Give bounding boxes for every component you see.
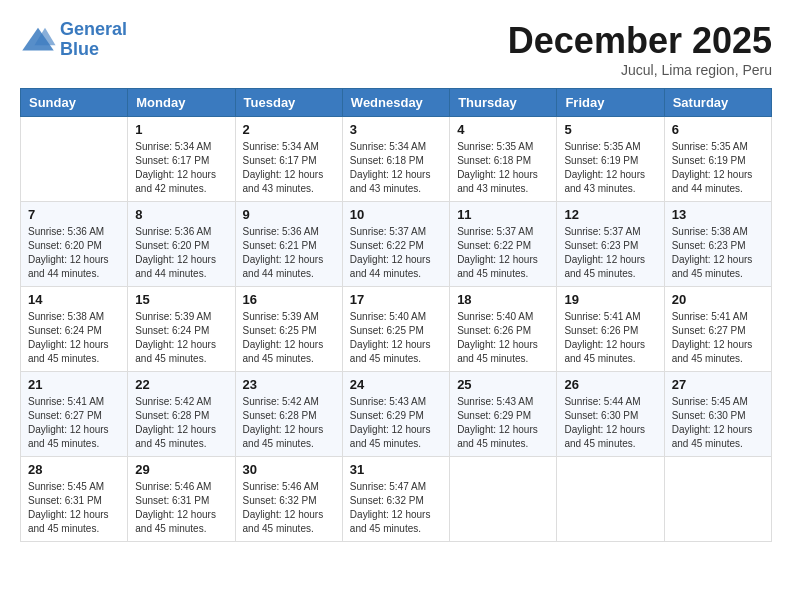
- cell-info: Sunrise: 5:36 AMSunset: 6:21 PMDaylight:…: [243, 225, 335, 281]
- cell-info: Sunrise: 5:34 AMSunset: 6:18 PMDaylight:…: [350, 140, 442, 196]
- calendar-week-row: 7Sunrise: 5:36 AMSunset: 6:20 PMDaylight…: [21, 202, 772, 287]
- day-number: 11: [457, 207, 549, 222]
- calendar-cell: [21, 117, 128, 202]
- day-number: 12: [564, 207, 656, 222]
- cell-info: Sunrise: 5:36 AMSunset: 6:20 PMDaylight:…: [28, 225, 120, 281]
- day-number: 6: [672, 122, 764, 137]
- calendar-cell: 5Sunrise: 5:35 AMSunset: 6:19 PMDaylight…: [557, 117, 664, 202]
- calendar-cell: 30Sunrise: 5:46 AMSunset: 6:32 PMDayligh…: [235, 457, 342, 542]
- day-number: 5: [564, 122, 656, 137]
- calendar-cell: 1Sunrise: 5:34 AMSunset: 6:17 PMDaylight…: [128, 117, 235, 202]
- day-number: 10: [350, 207, 442, 222]
- day-number: 21: [28, 377, 120, 392]
- day-number: 25: [457, 377, 549, 392]
- calendar-cell: 27Sunrise: 5:45 AMSunset: 6:30 PMDayligh…: [664, 372, 771, 457]
- calendar-cell: 24Sunrise: 5:43 AMSunset: 6:29 PMDayligh…: [342, 372, 449, 457]
- cell-info: Sunrise: 5:41 AMSunset: 6:27 PMDaylight:…: [672, 310, 764, 366]
- calendar-week-row: 21Sunrise: 5:41 AMSunset: 6:27 PMDayligh…: [21, 372, 772, 457]
- day-header-friday: Friday: [557, 89, 664, 117]
- title-area: December 2025 Jucul, Lima region, Peru: [508, 20, 772, 78]
- day-number: 14: [28, 292, 120, 307]
- calendar-week-row: 28Sunrise: 5:45 AMSunset: 6:31 PMDayligh…: [21, 457, 772, 542]
- calendar-cell: 25Sunrise: 5:43 AMSunset: 6:29 PMDayligh…: [450, 372, 557, 457]
- calendar-table: SundayMondayTuesdayWednesdayThursdayFrid…: [20, 88, 772, 542]
- day-header-saturday: Saturday: [664, 89, 771, 117]
- cell-info: Sunrise: 5:43 AMSunset: 6:29 PMDaylight:…: [457, 395, 549, 451]
- calendar-cell: 2Sunrise: 5:34 AMSunset: 6:17 PMDaylight…: [235, 117, 342, 202]
- calendar-cell: 6Sunrise: 5:35 AMSunset: 6:19 PMDaylight…: [664, 117, 771, 202]
- day-number: 19: [564, 292, 656, 307]
- day-number: 9: [243, 207, 335, 222]
- calendar-cell: 10Sunrise: 5:37 AMSunset: 6:22 PMDayligh…: [342, 202, 449, 287]
- day-number: 18: [457, 292, 549, 307]
- calendar-cell: 19Sunrise: 5:41 AMSunset: 6:26 PMDayligh…: [557, 287, 664, 372]
- day-number: 29: [135, 462, 227, 477]
- calendar-header-row: SundayMondayTuesdayWednesdayThursdayFrid…: [21, 89, 772, 117]
- day-number: 2: [243, 122, 335, 137]
- calendar-cell: [664, 457, 771, 542]
- day-number: 24: [350, 377, 442, 392]
- logo: General Blue: [20, 20, 127, 60]
- day-number: 23: [243, 377, 335, 392]
- cell-info: Sunrise: 5:47 AMSunset: 6:32 PMDaylight:…: [350, 480, 442, 536]
- cell-info: Sunrise: 5:39 AMSunset: 6:25 PMDaylight:…: [243, 310, 335, 366]
- day-number: 4: [457, 122, 549, 137]
- day-header-wednesday: Wednesday: [342, 89, 449, 117]
- cell-info: Sunrise: 5:37 AMSunset: 6:22 PMDaylight:…: [457, 225, 549, 281]
- calendar-cell: 31Sunrise: 5:47 AMSunset: 6:32 PMDayligh…: [342, 457, 449, 542]
- location-subtitle: Jucul, Lima region, Peru: [508, 62, 772, 78]
- day-number: 3: [350, 122, 442, 137]
- calendar-cell: 4Sunrise: 5:35 AMSunset: 6:18 PMDaylight…: [450, 117, 557, 202]
- day-number: 17: [350, 292, 442, 307]
- day-header-sunday: Sunday: [21, 89, 128, 117]
- day-number: 22: [135, 377, 227, 392]
- calendar-cell: 21Sunrise: 5:41 AMSunset: 6:27 PMDayligh…: [21, 372, 128, 457]
- calendar-cell: 11Sunrise: 5:37 AMSunset: 6:22 PMDayligh…: [450, 202, 557, 287]
- calendar-week-row: 1Sunrise: 5:34 AMSunset: 6:17 PMDaylight…: [21, 117, 772, 202]
- day-number: 27: [672, 377, 764, 392]
- day-number: 20: [672, 292, 764, 307]
- day-number: 31: [350, 462, 442, 477]
- day-number: 28: [28, 462, 120, 477]
- cell-info: Sunrise: 5:36 AMSunset: 6:20 PMDaylight:…: [135, 225, 227, 281]
- cell-info: Sunrise: 5:39 AMSunset: 6:24 PMDaylight:…: [135, 310, 227, 366]
- day-number: 30: [243, 462, 335, 477]
- cell-info: Sunrise: 5:40 AMSunset: 6:25 PMDaylight:…: [350, 310, 442, 366]
- cell-info: Sunrise: 5:45 AMSunset: 6:30 PMDaylight:…: [672, 395, 764, 451]
- calendar-cell: 9Sunrise: 5:36 AMSunset: 6:21 PMDaylight…: [235, 202, 342, 287]
- cell-info: Sunrise: 5:37 AMSunset: 6:23 PMDaylight:…: [564, 225, 656, 281]
- calendar-cell: 29Sunrise: 5:46 AMSunset: 6:31 PMDayligh…: [128, 457, 235, 542]
- calendar-cell: 26Sunrise: 5:44 AMSunset: 6:30 PMDayligh…: [557, 372, 664, 457]
- calendar-week-row: 14Sunrise: 5:38 AMSunset: 6:24 PMDayligh…: [21, 287, 772, 372]
- month-title: December 2025: [508, 20, 772, 62]
- cell-info: Sunrise: 5:41 AMSunset: 6:26 PMDaylight:…: [564, 310, 656, 366]
- calendar-cell: 17Sunrise: 5:40 AMSunset: 6:25 PMDayligh…: [342, 287, 449, 372]
- cell-info: Sunrise: 5:40 AMSunset: 6:26 PMDaylight:…: [457, 310, 549, 366]
- calendar-cell: [557, 457, 664, 542]
- calendar-cell: 8Sunrise: 5:36 AMSunset: 6:20 PMDaylight…: [128, 202, 235, 287]
- cell-info: Sunrise: 5:38 AMSunset: 6:23 PMDaylight:…: [672, 225, 764, 281]
- page-header: General Blue December 2025 Jucul, Lima r…: [20, 20, 772, 78]
- calendar-cell: [450, 457, 557, 542]
- day-number: 13: [672, 207, 764, 222]
- calendar-cell: 18Sunrise: 5:40 AMSunset: 6:26 PMDayligh…: [450, 287, 557, 372]
- day-number: 1: [135, 122, 227, 137]
- cell-info: Sunrise: 5:42 AMSunset: 6:28 PMDaylight:…: [243, 395, 335, 451]
- calendar-cell: 7Sunrise: 5:36 AMSunset: 6:20 PMDaylight…: [21, 202, 128, 287]
- calendar-cell: 12Sunrise: 5:37 AMSunset: 6:23 PMDayligh…: [557, 202, 664, 287]
- cell-info: Sunrise: 5:35 AMSunset: 6:19 PMDaylight:…: [672, 140, 764, 196]
- cell-info: Sunrise: 5:41 AMSunset: 6:27 PMDaylight:…: [28, 395, 120, 451]
- calendar-cell: 20Sunrise: 5:41 AMSunset: 6:27 PMDayligh…: [664, 287, 771, 372]
- cell-info: Sunrise: 5:42 AMSunset: 6:28 PMDaylight:…: [135, 395, 227, 451]
- day-number: 15: [135, 292, 227, 307]
- day-header-tuesday: Tuesday: [235, 89, 342, 117]
- cell-info: Sunrise: 5:45 AMSunset: 6:31 PMDaylight:…: [28, 480, 120, 536]
- calendar-cell: 14Sunrise: 5:38 AMSunset: 6:24 PMDayligh…: [21, 287, 128, 372]
- logo-text: General Blue: [60, 20, 127, 60]
- cell-info: Sunrise: 5:37 AMSunset: 6:22 PMDaylight:…: [350, 225, 442, 281]
- cell-info: Sunrise: 5:46 AMSunset: 6:31 PMDaylight:…: [135, 480, 227, 536]
- cell-info: Sunrise: 5:35 AMSunset: 6:18 PMDaylight:…: [457, 140, 549, 196]
- calendar-cell: 16Sunrise: 5:39 AMSunset: 6:25 PMDayligh…: [235, 287, 342, 372]
- calendar-cell: 3Sunrise: 5:34 AMSunset: 6:18 PMDaylight…: [342, 117, 449, 202]
- calendar-cell: 22Sunrise: 5:42 AMSunset: 6:28 PMDayligh…: [128, 372, 235, 457]
